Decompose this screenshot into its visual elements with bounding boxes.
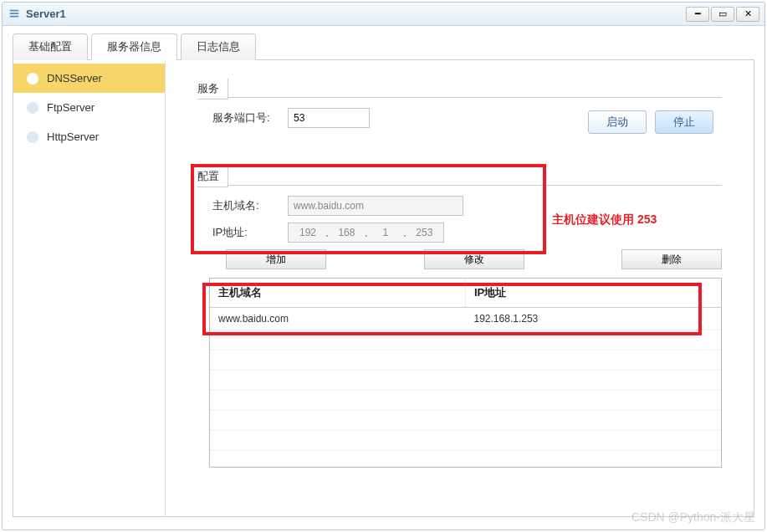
hostname-input[interactable] — [288, 196, 463, 216]
content-area: 基础配置 服务器信息 日志信息 DNSServer FtpServer Http… — [3, 26, 764, 524]
port-label: 服务端口号: — [212, 110, 288, 125]
ip-seg-4[interactable] — [408, 227, 440, 238]
titlebar: Server1 ━ ▭ ✕ — [3, 3, 764, 26]
config-section: 配置 主机域名: IP地址: . . — [186, 163, 734, 479]
table-row — [210, 391, 721, 411]
main-tabs: 基础配置 服务器信息 日志信息 — [13, 33, 754, 60]
add-button[interactable]: 增加 — [226, 249, 326, 269]
modify-button[interactable]: 修改 — [424, 249, 524, 269]
table-row[interactable]: www.baidu.com 192.168.1.253 — [210, 308, 721, 330]
sidebar-item-http[interactable]: HttpServer — [13, 122, 165, 151]
stop-button[interactable]: 停止 — [655, 110, 713, 134]
sidebar-item-label: HttpServer — [47, 130, 99, 143]
table-row — [210, 350, 721, 371]
table-row — [210, 411, 721, 431]
col-hostname[interactable]: 主机域名 — [210, 279, 466, 307]
table-body: www.baidu.com 192.168.1.253 — [210, 308, 721, 467]
ip-seg-3[interactable] — [370, 227, 401, 238]
app-icon — [8, 8, 21, 21]
start-button[interactable]: 启动 — [588, 110, 647, 134]
delete-button[interactable]: 删除 — [621, 249, 722, 269]
col-ip[interactable]: IP地址 — [466, 279, 721, 307]
service-legend: 服务 — [197, 79, 228, 100]
close-button[interactable]: ✕ — [736, 7, 759, 22]
table-row — [210, 330, 721, 350]
cell-ip: 192.168.1.253 — [466, 308, 722, 330]
status-dot-icon — [27, 73, 38, 84]
tab-server-info[interactable]: 服务器信息 — [91, 33, 177, 60]
table-row — [210, 371, 721, 391]
tab-basic-config[interactable]: 基础配置 — [13, 33, 88, 60]
table-row — [210, 431, 721, 451]
sidebar-item-label: DNSServer — [47, 72, 102, 84]
window-controls: ━ ▭ ✕ — [686, 7, 759, 22]
table-header: 主机域名 IP地址 — [210, 279, 721, 308]
service-section: 服务 服务端口号: 启动 停止 — [186, 75, 734, 146]
window-title: Server1 — [26, 8, 686, 20]
main-body: DNSServer FtpServer HttpServer 服务 — [13, 60, 754, 517]
right-panel: 服务 服务端口号: 启动 停止 配置 — [166, 60, 754, 516]
status-dot-icon — [27, 102, 38, 114]
sidebar: DNSServer FtpServer HttpServer — [13, 60, 166, 516]
ip-input[interactable]: . . . — [288, 223, 444, 243]
ip-seg-2[interactable] — [330, 227, 362, 238]
ip-label: IP地址: — [212, 225, 288, 240]
sidebar-item-dns[interactable]: DNSServer — [13, 64, 165, 93]
dns-table: 主机域名 IP地址 www.baidu.com 192.168.1.253 — [209, 278, 722, 468]
ip-seg-1[interactable] — [292, 227, 324, 238]
annotation-hint: 主机位建议使用 253 — [552, 212, 657, 228]
config-legend: 配置 — [197, 166, 228, 187]
minimize-button[interactable]: ━ — [686, 7, 709, 22]
sidebar-item-ftp[interactable]: FtpServer — [13, 93, 165, 122]
tab-log-info[interactable]: 日志信息 — [181, 33, 256, 60]
status-dot-icon — [27, 131, 38, 143]
cell-hostname: www.baidu.com — [210, 308, 466, 330]
watermark: CSDN @Python-派大星 — [631, 510, 755, 525]
hostname-label: 主机域名: — [212, 198, 288, 213]
app-window: Server1 ━ ▭ ✕ 基础配置 服务器信息 日志信息 DNSServer … — [2, 2, 765, 530]
maximize-button[interactable]: ▭ — [711, 7, 734, 22]
sidebar-item-label: FtpServer — [47, 101, 95, 114]
port-input[interactable] — [288, 108, 370, 128]
